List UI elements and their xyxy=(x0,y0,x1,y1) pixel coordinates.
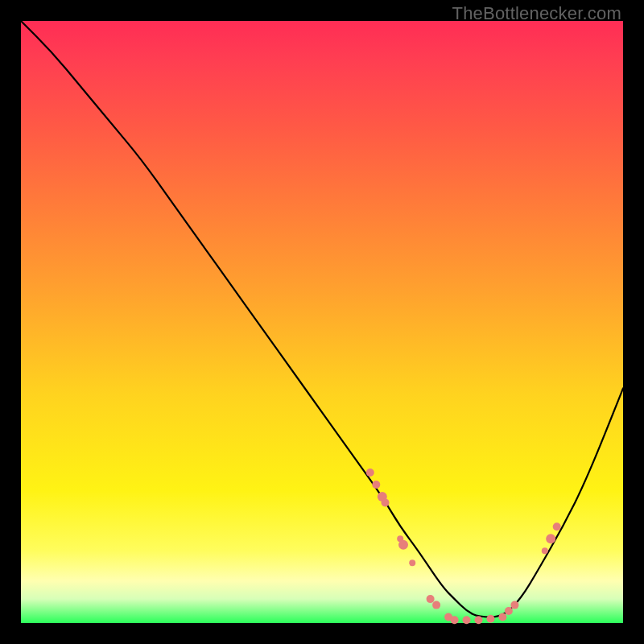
attribution-text: TheBottlenecker.com xyxy=(452,3,621,24)
curve-marker xyxy=(432,601,440,609)
curve-marker xyxy=(546,534,555,543)
curve-marker xyxy=(463,616,471,624)
curve-marker xyxy=(542,547,548,554)
curve-marker xyxy=(382,498,390,506)
curve-marker xyxy=(498,613,506,621)
curve-marker xyxy=(486,615,494,623)
curve-marker xyxy=(427,595,435,603)
plot-frame xyxy=(21,21,623,623)
curve-marker xyxy=(553,522,561,530)
curve-marker xyxy=(505,607,513,615)
curve-marker xyxy=(475,616,483,624)
curve-marker xyxy=(451,616,459,624)
curve-marker xyxy=(398,540,408,550)
plot-svg xyxy=(21,21,623,623)
curve-marker xyxy=(510,601,518,609)
curve-marker xyxy=(372,481,380,489)
bottleneck-curve xyxy=(21,21,623,617)
curve-marker xyxy=(366,469,374,477)
curve-markers xyxy=(366,469,561,624)
curve-marker xyxy=(409,559,415,566)
